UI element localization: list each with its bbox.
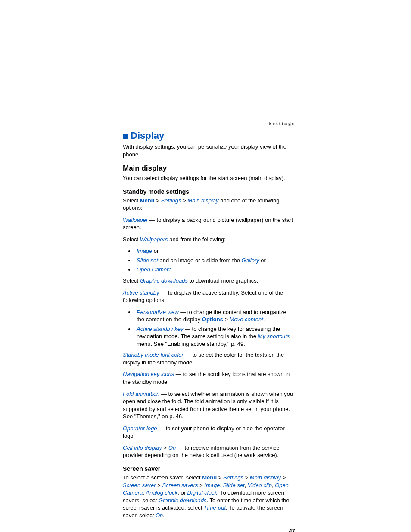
list-item: Personalize view — to change the content…	[135, 308, 295, 324]
list-item: Image or	[135, 247, 295, 255]
running-header: Settings	[123, 121, 295, 126]
keyword-main-display: Main display	[187, 197, 218, 204]
keyword-slide-set: Slide set	[223, 482, 245, 488]
page-number: 47	[123, 528, 295, 532]
keyword-on: On	[156, 512, 163, 519]
keyword-wallpaper: Wallpaper	[123, 217, 148, 223]
main-display-intro: You can select display settings for the …	[123, 174, 295, 182]
cell-info-line: Cell info display > On — to receive info…	[123, 444, 295, 459]
keyword-slide-set: Slide set	[137, 257, 158, 264]
intro-paragraph: With display settings, you can personali…	[123, 143, 295, 158]
keyword-digital-clock: Digital clock	[187, 489, 217, 496]
list-item: Slide set and an image or a slide from t…	[135, 257, 295, 264]
heading-main-display: Main display	[123, 164, 295, 173]
text: , or	[177, 489, 187, 496]
heading-screen-saver: Screen saver	[123, 465, 295, 472]
keyword-move-content: Move content	[230, 316, 263, 323]
keyword-screen-saver: Screen saver	[123, 482, 156, 488]
keyword-active-standby-key: Active standby key	[137, 326, 183, 332]
standby-font-color-line: Standby mode font color — to select the …	[123, 351, 295, 366]
text: Select	[123, 197, 140, 204]
keyword-main-display: Main display	[250, 474, 281, 481]
keyword-my-shortcuts: My shortcuts	[258, 333, 290, 339]
text: and an image or a slide from the	[158, 257, 242, 264]
keyword-analog-clock: Analog clock	[146, 489, 177, 496]
heading-standby-mode: Standby mode settings	[123, 188, 295, 195]
keyword-video-clip: Video clip	[248, 482, 272, 488]
nav-key-icons-line: Navigation key icons — to set the scroll…	[123, 370, 295, 386]
text: Select	[123, 236, 140, 243]
fold-animation-line: Fold animation — to select whether an an…	[123, 390, 295, 420]
text: to download more graphics.	[188, 277, 258, 284]
screen-saver-paragraph: To select a screen saver, select Menu > …	[123, 474, 295, 519]
keyword-standby-font-color: Standby mode font color	[123, 352, 184, 358]
keyword-time-out: Time-out	[204, 504, 226, 511]
keyword-wallpapers: Wallpapers	[140, 236, 168, 243]
keyword-graphic-downloads: Graphic downloads	[159, 497, 206, 504]
text: menu. See "Enabling active standby," p. …	[137, 341, 245, 347]
keyword-nav-key-icons: Navigation key icons	[123, 371, 174, 377]
keyword-open-camera: Open Camera	[137, 266, 172, 273]
wallpaper-line: Wallpaper — to display a background pict…	[123, 216, 295, 231]
keyword-graphic-downloads: Graphic downloads	[140, 277, 188, 284]
graphic-downloads-line: Select Graphic downloads to download mor…	[123, 277, 295, 285]
keyword-settings: Settings	[161, 197, 181, 204]
keyword-image: Image	[204, 482, 220, 488]
operator-logo-line: Operator logo — to set your phone to dis…	[123, 425, 295, 440]
keyword-image: Image	[137, 248, 152, 254]
keyword-screen-savers: Screen savers	[162, 482, 198, 488]
keyword-personalize-view: Personalize view	[137, 309, 179, 315]
wallpapers-select-line: Select Wallpapers and from the following…	[123, 236, 295, 243]
text: or	[259, 257, 266, 264]
keyword-options: Options	[202, 316, 223, 323]
keyword-active-standby: Active standby	[123, 289, 159, 296]
square-bullet-icon	[123, 134, 128, 139]
text: and from the following:	[168, 236, 226, 243]
standby-select-line: Select Menu > Settings > Main display an…	[123, 197, 295, 212]
text: or	[152, 248, 159, 254]
document-page: Settings Display With display settings, …	[123, 121, 295, 532]
section-heading-display: Display	[123, 130, 295, 141]
keyword-menu: Menu	[202, 474, 217, 481]
keyword-fold-animation: Fold animation	[123, 391, 159, 397]
wallpaper-options-list: Image or Slide set and an image or a sli…	[123, 247, 295, 274]
text: To select a screen saver, select	[123, 474, 202, 481]
heading-text: Display	[131, 130, 164, 141]
keyword-on: On	[168, 445, 176, 451]
text: — to display a background picture (wallp…	[123, 217, 293, 231]
keyword-settings: Settings	[223, 474, 243, 481]
text: Select	[123, 277, 140, 284]
keyword-menu: Menu	[140, 197, 155, 204]
list-item: Active standby key — to change the key f…	[135, 325, 295, 348]
list-item: Open Camera.	[135, 266, 295, 274]
keyword-operator-logo: Operator logo	[123, 425, 157, 432]
active-standby-line: Active standby — to display the active s…	[123, 289, 295, 304]
keyword-gallery: Gallery	[242, 257, 259, 264]
active-standby-list: Personalize view — to change the content…	[123, 308, 295, 348]
keyword-cell-info-display: Cell info display	[123, 445, 162, 451]
